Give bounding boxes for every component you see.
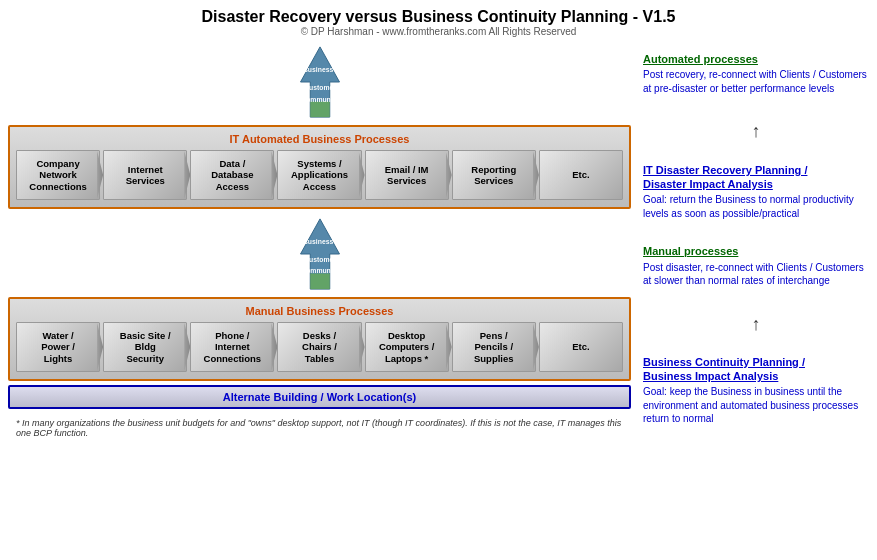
it-pyramid-svg: Business / Customer Community — [285, 43, 355, 121]
manual-pyramid-container: Business / Customer Community — [8, 215, 631, 293]
annotation-it-dr: IT Disaster Recovery Planning /Disaster … — [643, 163, 869, 221]
annotation-automated: Automated processes Post recovery, re-co… — [643, 52, 869, 95]
svg-rect-6 — [310, 274, 330, 290]
process-item-security: Basic Site /BldgSecurity — [103, 322, 187, 372]
arrow-up-1: ↑ — [643, 121, 869, 142]
process-item-systems: Systems /ApplicationsAccess — [277, 150, 361, 200]
svg-rect-1 — [310, 102, 330, 118]
svg-text:Community: Community — [301, 268, 339, 276]
it-bar: IT Automated Business Processes CompanyN… — [8, 125, 631, 209]
manual-section: Business / Customer Community Manual Bus… — [8, 215, 631, 409]
process-item-phone: Phone /InternetConnections — [190, 322, 274, 372]
annotation-area: Automated processes Post recovery, re-co… — [639, 39, 877, 445]
process-item-water: Water /Power /Lights — [16, 322, 100, 372]
it-pyramid-container: Business / Customer Community — [8, 43, 631, 121]
process-item-etc-it: Etc. — [539, 150, 623, 200]
it-process-row: CompanyNetworkConnections InternetServic… — [16, 150, 623, 200]
it-bar-title: IT Automated Business Processes — [16, 131, 623, 147]
alt-building-title: Alternate Building / Work Location(s) — [16, 389, 623, 405]
footnote: * In many organizations the business uni… — [8, 415, 631, 441]
svg-text:Customer: Customer — [304, 84, 336, 91]
process-item-etc-manual: Etc. — [539, 322, 623, 372]
automated-text: Post recovery, re-connect with Clients /… — [643, 68, 869, 95]
page-container: Disaster Recovery versus Business Contin… — [0, 0, 877, 445]
process-item-desks: Desks /Chairs /Tables — [277, 322, 361, 372]
bcp-title: Business Continuity Planning /Business I… — [643, 355, 869, 384]
diagram-area: Business / Customer Community IT Automat… — [0, 39, 639, 445]
manual-text: Post disaster, re-connect with Clients /… — [643, 261, 869, 288]
process-item-company-network: CompanyNetworkConnections — [16, 150, 100, 200]
annotation-bcp: Business Continuity Planning /Business I… — [643, 355, 869, 426]
copyright: © DP Harshman - www.fromtheranks.com All… — [0, 26, 877, 37]
svg-text:Business /: Business / — [302, 66, 336, 73]
process-item-pens: Pens /Pencils /Supplies — [452, 322, 536, 372]
process-item-data: Data /DatabaseAccess — [190, 150, 274, 200]
automated-title: Automated processes — [643, 52, 869, 66]
bcp-text: Goal: keep the Business in business unti… — [643, 385, 869, 426]
main-layout: Business / Customer Community IT Automat… — [0, 39, 877, 445]
alt-building-bar: Alternate Building / Work Location(s) — [8, 385, 631, 409]
it-dr-title: IT Disaster Recovery Planning /Disaster … — [643, 163, 869, 192]
process-item-desktop: DesktopComputers /Laptops * — [365, 322, 449, 372]
process-item-internet: InternetServices — [103, 150, 187, 200]
annotation-manual: Manual processes Post disaster, re-conne… — [643, 244, 869, 287]
manual-bar-title: Manual Business Processes — [16, 303, 623, 319]
manual-pyramid-svg: Business / Customer Community — [285, 215, 355, 293]
process-item-email: Email / IMServices — [365, 150, 449, 200]
manual-bar: Manual Business Processes Water /Power /… — [8, 297, 631, 381]
svg-text:Business /: Business / — [302, 238, 336, 245]
title-area: Disaster Recovery versus Business Contin… — [0, 0, 877, 39]
manual-title: Manual processes — [643, 244, 869, 258]
arrow-up-2: ↑ — [643, 314, 869, 335]
it-dr-text: Goal: return the Business to normal prod… — [643, 193, 869, 220]
svg-text:Community: Community — [301, 96, 339, 104]
svg-text:Customer: Customer — [304, 256, 336, 263]
it-section: Business / Customer Community IT Automat… — [8, 43, 631, 209]
manual-process-row: Water /Power /Lights Basic Site /BldgSec… — [16, 322, 623, 372]
process-item-reporting: ReportingServices — [452, 150, 536, 200]
main-title: Disaster Recovery versus Business Contin… — [0, 8, 877, 26]
